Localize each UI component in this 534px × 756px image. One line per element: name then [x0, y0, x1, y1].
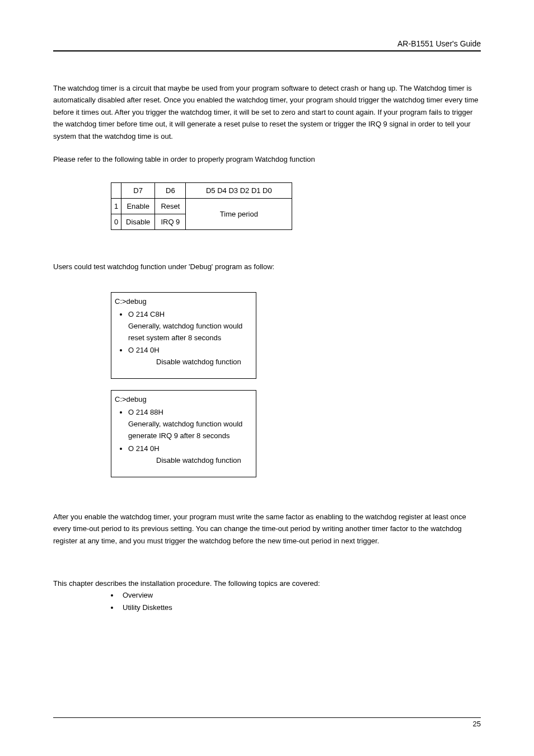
header-title: AR-B1551 User's Guide	[397, 39, 481, 48]
after-paragraph: After you enable the watchdog timer, you…	[53, 511, 481, 547]
install-section: This chapter describes the installation …	[53, 577, 481, 613]
bit-table-wrap: D7 D6 D5 D4 D3 D2 D1 D0 1 Enable Reset T…	[111, 182, 481, 230]
table-cell-disable: Disable	[121, 214, 155, 229]
list-item: O 214 0H Disable watchdog function	[128, 344, 252, 368]
table-header-bits: D5 D4 D3 D2 D1 D0	[186, 182, 292, 198]
table-cell-reset: Reset	[155, 198, 186, 214]
debug-description: Generally, watchdog function would	[128, 320, 252, 332]
table-row: 1 Enable Reset Time period	[111, 198, 292, 214]
list-item: Overview	[119, 589, 481, 601]
debug-description: Generally, watchdog function would	[128, 418, 252, 430]
table-cell-timeperiod: Time period	[186, 198, 292, 229]
debug-command: O 214 C8H	[128, 308, 252, 320]
debug-box-2: C:>debug O 214 88H Generally, watchdog f…	[111, 390, 256, 477]
table-row: D7 D6 D5 D4 D3 D2 D1 D0	[111, 182, 292, 198]
table-cell-enable: Enable	[121, 198, 155, 214]
debug-prompt: C:>debug	[115, 393, 252, 405]
debug-description: Disable watchdog function	[128, 454, 252, 466]
debug-prompt: C:>debug	[115, 295, 252, 307]
debug-description: generate IRQ 9 after 8 seconds	[128, 430, 252, 442]
table-cell-1: 1	[111, 198, 121, 214]
table-header-d6: D6	[155, 182, 186, 198]
list-item: O 214 C8H Generally, watchdog function w…	[128, 308, 252, 344]
page-footer: 25	[53, 717, 481, 728]
list-item: O 214 0H Disable watchdog function	[128, 443, 252, 466]
debug-command: O 214 88H	[128, 406, 252, 418]
debug-command: O 214 0H	[128, 443, 252, 454]
table-header-d7: D7	[121, 182, 155, 198]
install-intro: This chapter describes the installation …	[53, 577, 481, 589]
table-cell-0: 0	[111, 214, 121, 229]
debug-description: Disable watchdog function	[128, 356, 252, 368]
page-number: 25	[473, 720, 481, 728]
debug-box-1: C:>debug O 214 C8H Generally, watchdog f…	[111, 292, 256, 379]
table-cell-irq9: IRQ 9	[155, 214, 186, 229]
debug-intro: Users could test watchdog function under…	[53, 261, 481, 273]
debug-command: O 214 0H	[128, 344, 252, 356]
bit-table: D7 D6 D5 D4 D3 D2 D1 D0 1 Enable Reset T…	[111, 182, 292, 230]
page-header: AR-B1551 User's Guide	[53, 39, 481, 51]
intro-paragraph-1: The watchdog timer is a circuit that may…	[53, 82, 481, 142]
list-item: Utility Diskettes	[119, 602, 481, 613]
table-header-blank	[111, 182, 121, 198]
debug-description: reset system after 8 seconds	[128, 332, 252, 344]
intro-paragraph-2: Please refer to the following table in o…	[53, 153, 481, 165]
list-item: O 214 88H Generally, watchdog function w…	[128, 406, 252, 442]
